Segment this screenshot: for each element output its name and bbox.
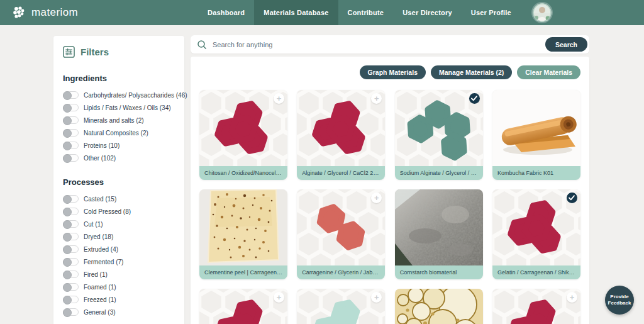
add-material-icon[interactable]: + bbox=[274, 292, 284, 303]
material-title: Cornstarch biomaterial bbox=[395, 265, 483, 279]
filter-list-processes: Casted (15) Cold Pressed (8) Cut (1) Dry… bbox=[63, 195, 175, 316]
avatar[interactable] bbox=[533, 3, 552, 22]
toggle-switch[interactable] bbox=[63, 195, 79, 203]
toggle-label: Cold Pressed (8) bbox=[84, 208, 131, 215]
filters-header: Filters bbox=[63, 46, 175, 58]
toggle-label: Fermented (7) bbox=[84, 259, 123, 265]
filter-toggle-row[interactable]: Cold Pressed (8) bbox=[63, 208, 175, 215]
material-image bbox=[492, 90, 580, 166]
toggle-label: General (3) bbox=[84, 309, 116, 316]
material-title: Chitosan / Oxidized/Nanocellulose... bbox=[199, 166, 287, 180]
material-card[interactable]: + Chitosan / Oxidized/Nanocellulose... bbox=[199, 90, 287, 180]
search-icon bbox=[197, 40, 207, 50]
toggle-switch[interactable] bbox=[63, 271, 79, 278]
filter-toggle-row[interactable]: Fermented (7) bbox=[63, 258, 175, 265]
filter-toggle-row[interactable]: Other (102) bbox=[63, 154, 175, 162]
material-title: Carragenine / Glycerin / Jaboticab... bbox=[297, 265, 385, 279]
material-card[interactable]: Kombucha Fabric K01 bbox=[492, 90, 580, 180]
toggle-switch[interactable] bbox=[63, 116, 79, 124]
filter-toggle-row[interactable]: General (3) bbox=[63, 308, 175, 316]
toggle-label: Carbohydrates/ Polysaccharides (46) bbox=[84, 92, 187, 99]
materials-panel: Graph Materials Manage Materials (2) Cle… bbox=[191, 57, 589, 324]
toggle-label: Casted (15) bbox=[84, 196, 116, 203]
material-card[interactable] bbox=[395, 289, 483, 324]
provide-feedback-label: Provide Feedback bbox=[608, 294, 631, 306]
toggle-switch[interactable] bbox=[63, 258, 79, 265]
manage-materials-button[interactable]: Manage Materials (2) bbox=[431, 65, 512, 79]
toggle-switch[interactable] bbox=[63, 308, 79, 316]
material-image bbox=[199, 189, 287, 265]
nav-user-profile[interactable]: User Profile bbox=[462, 0, 521, 25]
material-card[interactable]: Clementine peel | Carrageenan Ka... bbox=[199, 189, 287, 279]
toggle-label: Foamed (1) bbox=[84, 284, 116, 291]
material-card[interactable]: + bbox=[297, 289, 385, 324]
search-button[interactable]: Search bbox=[545, 37, 587, 52]
toggle-switch[interactable] bbox=[63, 245, 79, 253]
material-card[interactable]: Cornstarch biomaterial bbox=[395, 189, 483, 279]
filters-title: Filters bbox=[80, 47, 109, 57]
brand: materiom bbox=[0, 0, 78, 25]
filter-toggle-row[interactable]: Proteins (10) bbox=[63, 142, 175, 149]
material-title: Clementine peel | Carrageenan Ka... bbox=[199, 265, 287, 279]
filter-toggle-row[interactable]: Casted (15) bbox=[63, 195, 175, 203]
materials-grid: + Chitosan / Oxidized/Nanocellulose... +… bbox=[199, 90, 580, 324]
provide-feedback-button[interactable]: Provide Feedback bbox=[605, 286, 634, 315]
filters-sidebar: Filters Ingredients Carbohydrates/ Polys… bbox=[53, 36, 184, 324]
toggle-label: Other (102) bbox=[84, 155, 116, 162]
selected-check-icon[interactable] bbox=[567, 193, 577, 203]
material-card[interactable]: + Carragenine / Glycerin / Jaboticab... bbox=[297, 189, 385, 279]
add-material-icon[interactable]: + bbox=[567, 292, 577, 303]
toggle-switch[interactable] bbox=[63, 129, 79, 137]
toggle-switch[interactable] bbox=[63, 154, 79, 162]
nav-contribute[interactable]: Contribute bbox=[338, 0, 394, 25]
material-image bbox=[395, 189, 483, 265]
material-card[interactable]: + Alginate / Glycerol / CaCl2 2H2O / ... bbox=[297, 90, 385, 180]
toggle-switch[interactable] bbox=[63, 296, 79, 303]
nav-dashboard[interactable]: Dashboard bbox=[198, 0, 254, 25]
toggle-label: Lipids / Fats / Waxes / Oils (34) bbox=[84, 104, 171, 111]
graph-materials-button[interactable]: Graph Materials bbox=[360, 65, 426, 79]
processes-heading: Processes bbox=[63, 177, 175, 187]
filter-toggle-row[interactable]: Lipids / Fats / Waxes / Oils (34) bbox=[63, 104, 175, 111]
filter-toggle-row[interactable]: Natural Composites (2) bbox=[63, 129, 175, 137]
material-title: Kombucha Fabric K01 bbox=[492, 166, 580, 180]
selected-check-icon[interactable] bbox=[469, 93, 480, 104]
toggle-label: Freezed (1) bbox=[84, 296, 116, 303]
filter-toggle-row[interactable]: Cut (1) bbox=[63, 220, 175, 228]
filter-toggle-row[interactable]: Extruded (4) bbox=[63, 245, 175, 253]
nav-materials-database[interactable]: Materials Database bbox=[254, 0, 338, 25]
add-material-icon[interactable]: + bbox=[274, 93, 284, 104]
filter-toggle-row[interactable]: Foamed (1) bbox=[63, 283, 175, 291]
material-title: Gelatin / Carrageenan / Shikonin /... bbox=[492, 265, 580, 279]
toggle-label: Extruded (4) bbox=[84, 246, 118, 253]
nav-user-directory[interactable]: User Directory bbox=[393, 0, 462, 25]
toggle-label: Fired (1) bbox=[84, 271, 108, 278]
ingredients-heading: Ingredients bbox=[63, 74, 175, 83]
toggle-label: Natural Composites (2) bbox=[84, 130, 148, 137]
toggle-switch[interactable] bbox=[63, 91, 79, 99]
material-image bbox=[395, 289, 483, 324]
material-card[interactable]: Gelatin / Carrageenan / Shikonin /... bbox=[492, 189, 580, 279]
filter-toggle-row[interactable]: Dryed (18) bbox=[63, 233, 175, 240]
filter-toggle-row[interactable]: Minerals and salts (2) bbox=[63, 116, 175, 124]
filter-toggle-row[interactable]: Freezed (1) bbox=[63, 296, 175, 303]
material-card[interactable]: + bbox=[199, 289, 287, 324]
brand-name: materiom bbox=[31, 6, 78, 19]
toggle-switch[interactable] bbox=[63, 142, 79, 149]
clear-materials-button[interactable]: Clear Materials bbox=[517, 65, 580, 79]
toggle-switch[interactable] bbox=[63, 208, 79, 215]
material-title: Sodium Alginate / Glycerol / Virgin ... bbox=[395, 166, 483, 180]
toggle-switch[interactable] bbox=[63, 233, 79, 240]
toggle-switch[interactable] bbox=[63, 220, 79, 228]
filter-list-ingredients: Carbohydrates/ Polysaccharides (46) Lipi… bbox=[63, 91, 175, 162]
material-card[interactable]: Sodium Alginate / Glycerol / Virgin ... bbox=[395, 90, 483, 180]
toggle-label: Dryed (18) bbox=[84, 233, 113, 240]
toggle-switch[interactable] bbox=[63, 283, 79, 291]
material-card[interactable]: + bbox=[492, 289, 580, 324]
toggle-switch[interactable] bbox=[63, 104, 79, 111]
filter-toggle-row[interactable]: Carbohydrates/ Polysaccharides (46) bbox=[63, 91, 175, 99]
filter-toggle-row[interactable]: Fired (1) bbox=[63, 271, 175, 278]
search-bar: Search bbox=[191, 35, 589, 53]
toggle-label: Cut (1) bbox=[84, 221, 103, 228]
search-input[interactable] bbox=[213, 41, 545, 48]
